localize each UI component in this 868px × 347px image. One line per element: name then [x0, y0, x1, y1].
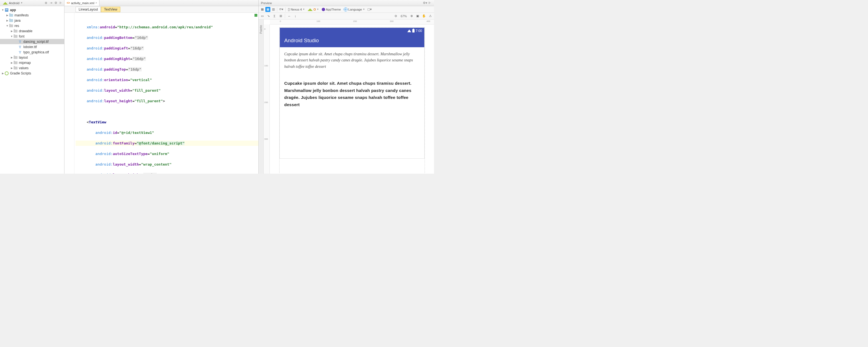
zoom-out-icon[interactable]: ⊖	[394, 13, 398, 19]
textview2-preview[interactable]: Cupcake ipsum dolor sit. Amet chupa chup…	[284, 80, 420, 108]
design-surface-icon[interactable]: ▦	[260, 7, 265, 12]
font-file-icon: T	[18, 45, 22, 49]
expand-arrow-icon[interactable]	[10, 35, 13, 38]
expand-arrow-icon[interactable]	[5, 19, 9, 22]
tree-node-layout[interactable]: layout	[0, 55, 64, 60]
horizontal-ruler: 0 100 200 300 400	[270, 20, 434, 25]
project-tool-window: ◢◣ Android ▼ ⊕ ⇥ ⚙ ⊩ app manifests	[0, 0, 64, 174]
tree-node-gradle[interactable]: Gradle Scripts	[0, 70, 64, 76]
folder-icon	[13, 55, 18, 60]
android-icon: ◢◣	[308, 7, 313, 11]
both-surface-icon[interactable]: ▥	[271, 7, 276, 12]
app-title: Android Studio	[284, 37, 319, 43]
arrow-icon[interactable]: ➘	[266, 13, 271, 19]
xml-file-icon: <>	[67, 1, 70, 4]
folder-icon	[13, 61, 18, 65]
preview-config-toolbar: ▦ ▦ ▥ ⟳▾ Nexus 4 ▼ ◢◣ O ▼ AppTheme L	[259, 6, 434, 13]
tree-node-values[interactable]: values	[0, 65, 64, 70]
hide-icon[interactable]: ⊩	[428, 1, 432, 5]
expand-arrow-icon[interactable]	[10, 30, 13, 32]
palette-tab[interactable]: Palette	[259, 20, 264, 174]
preview-view-toolbar: ▭ ➘ Σ ⊞ ↔ ↕ ⊖ 67% ⊕ ▣ ✋ ⚠	[259, 13, 434, 20]
device-selector[interactable]: Nexus 4 ▼	[287, 7, 306, 11]
folder-icon	[9, 18, 13, 23]
editor-body: xmlns:android="http://schemas.android.co…	[64, 13, 258, 174]
globe-icon	[344, 7, 348, 11]
expand-arrow-icon[interactable]	[1, 72, 4, 75]
status-time: 7:00	[416, 29, 422, 33]
variant-icon[interactable]: ▢▾	[367, 7, 373, 12]
palette-label: Palette	[259, 25, 262, 34]
editor-tabs: <> activity_main.xml ×	[64, 0, 258, 6]
plot-icon[interactable]: ⊞	[278, 13, 283, 19]
editor-panel: <> activity_main.xml × LinearLayout Text…	[64, 0, 258, 174]
zoom-fit-icon[interactable]: ▣	[415, 13, 420, 19]
pan-icon[interactable]: ✋	[421, 13, 427, 19]
hide-icon[interactable]: ⊩	[59, 1, 63, 5]
language-selector[interactable]: Language ▼	[343, 7, 366, 11]
breadcrumb-item[interactable]: LinearLayout	[75, 7, 101, 12]
font-file-icon: T	[18, 50, 22, 55]
tree-node-res[interactable]: res	[0, 23, 64, 28]
preview-panel: Preview ⚙▾ ⊩ ▦ ▦ ▥ ⟳▾ Nexus 4 ▼ ◢◣ O ▼	[258, 0, 434, 174]
tree-node-font-file[interactable]: T dancing_script.ttf	[0, 39, 64, 44]
tree-node-manifests[interactable]: manifests	[0, 12, 64, 18]
expand-h-icon[interactable]: ↔	[287, 13, 292, 19]
expand-arrow-icon[interactable]	[5, 14, 9, 17]
phone-icon	[288, 7, 290, 11]
textview1-preview[interactable]: Cupcake ipsum dolor sit. Amet chupa chup…	[284, 51, 420, 70]
project-tree: app manifests java res drawable	[0, 6, 64, 77]
vertical-ruler: 0 100 200 300	[264, 25, 270, 174]
folder-icon	[9, 24, 13, 28]
expand-arrow-icon[interactable]	[10, 56, 13, 59]
expand-v-icon[interactable]: ↕	[293, 13, 298, 19]
gear-icon[interactable]: ⚙▾	[422, 1, 428, 5]
project-toolbar: ◢◣ Android ▼ ⊕ ⇥ ⚙ ⊩	[0, 0, 64, 6]
wifi-icon	[407, 29, 411, 32]
zoom-in-icon[interactable]: ⊕	[409, 13, 414, 19]
orientation-icon[interactable]: ⟳▾	[278, 7, 284, 12]
design-canvas[interactable]: 7:00 Android Studio Cupcake ipsum dolor …	[270, 25, 434, 174]
collapse-icon[interactable]: ⇥	[49, 1, 53, 5]
device-content: Cupcake ipsum dolor sit. Amet chupa chup…	[280, 47, 424, 158]
breadcrumb-item[interactable]: TextView	[101, 7, 120, 12]
tree-node-mipmap[interactable]: mipmap	[0, 60, 64, 65]
target-icon[interactable]: ⊕	[43, 1, 48, 5]
editor-tab[interactable]: <> activity_main.xml ×	[64, 0, 99, 6]
expand-arrow-icon[interactable]	[10, 67, 13, 69]
expand-arrow-icon[interactable]	[10, 61, 13, 64]
preview-title: Preview	[261, 1, 272, 5]
select-icon[interactable]: ▭	[260, 13, 265, 19]
gradle-icon	[4, 71, 9, 75]
preview-body: Palette 0 100 200 300 400 0 100 200 300	[259, 20, 434, 174]
module-icon	[4, 8, 9, 12]
code-editor[interactable]: xmlns:android="http://schemas.android.co…	[74, 13, 258, 174]
app-bar: Android Studio	[280, 34, 424, 47]
tree-node-drawable[interactable]: drawable	[0, 28, 64, 34]
sigma-icon[interactable]: Σ	[272, 13, 277, 19]
folder-icon	[13, 34, 18, 39]
expand-arrow-icon[interactable]	[1, 9, 4, 11]
blueprint-surface-icon[interactable]: ▦	[265, 7, 270, 12]
tree-node-java[interactable]: java	[0, 18, 64, 23]
api-selector[interactable]: ◢◣ O ▼	[307, 7, 320, 11]
tree-node-font-file[interactable]: T typo_graphica.otf	[0, 50, 64, 55]
ide-window: ◢◣ Android ▼ ⊕ ⇥ ⚙ ⊩ app manifests	[0, 0, 434, 174]
close-tab-icon[interactable]: ×	[95, 1, 97, 4]
warnings-icon[interactable]: ⚠	[428, 13, 433, 19]
tree-node-app[interactable]: app	[0, 7, 64, 12]
tree-node-font-file[interactable]: T lobster.ttf	[0, 44, 64, 50]
project-view-selector[interactable]: ◢◣ Android ▼	[1, 1, 25, 5]
gear-icon[interactable]: ⚙	[54, 1, 58, 5]
error-stripe-indicator[interactable]	[254, 14, 257, 17]
breadcrumb-bar: LinearLayout TextView	[64, 6, 258, 13]
project-view-label: Android	[9, 1, 20, 5]
expand-arrow-icon[interactable]	[5, 25, 9, 27]
device-preview[interactable]: 7:00 Android Studio Cupcake ipsum dolor …	[280, 28, 424, 158]
editor-gutter[interactable]	[64, 13, 74, 174]
android-icon: ◢◣	[3, 1, 8, 5]
tree-node-font[interactable]: font	[0, 34, 64, 39]
font-file-icon: T	[18, 39, 22, 44]
theme-selector[interactable]: AppTheme	[321, 8, 342, 11]
zoom-level[interactable]: 67%	[401, 14, 407, 18]
